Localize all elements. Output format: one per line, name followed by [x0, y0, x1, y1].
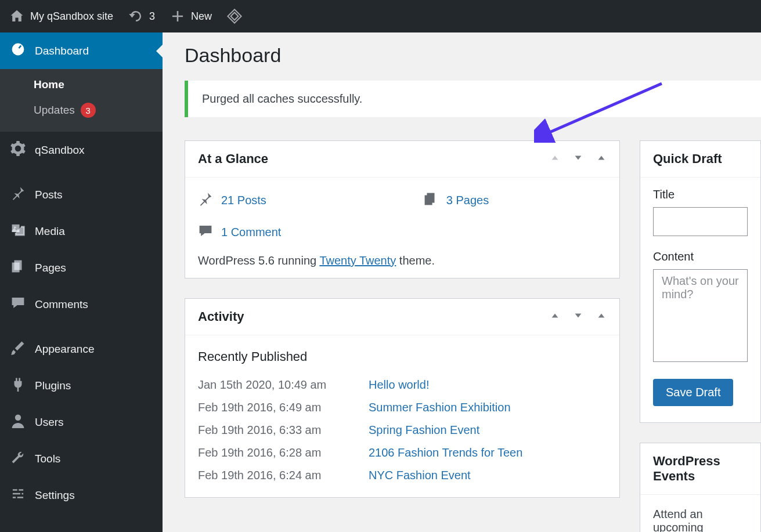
pages-icon	[10, 259, 26, 277]
activity-date: Feb 19th 2016, 6:33 am	[198, 424, 355, 437]
home-icon	[9, 9, 24, 24]
widget-at-a-glance: At a Glance 21 Posts	[185, 140, 620, 278]
sidebar-item-dashboard-label: Dashboard	[35, 45, 89, 57]
admin-sidebar: Dashboard Home Updates 3 qSandbox Posts	[0, 32, 163, 532]
widget-order-controls	[550, 310, 607, 323]
widget-quick-draft: Quick Draft Title Content Save Draft	[640, 140, 761, 423]
plus-icon	[170, 9, 185, 24]
dashboard-icon	[10, 42, 26, 60]
widget-events: WordPress Events Attend an upcoming	[640, 443, 761, 532]
sidebar-item-comments[interactable]: Comments	[0, 286, 163, 323]
activity-link[interactable]: Spring Fashion Event	[369, 424, 479, 437]
save-draft-button[interactable]: Save Draft	[653, 379, 733, 406]
sidebar-item-dashboard[interactable]: Dashboard	[0, 32, 163, 69]
theme-link[interactable]: Twenty Twenty	[319, 254, 396, 267]
draft-title-input[interactable]	[653, 207, 748, 236]
sidebar-item-plugins[interactable]: Plugins	[0, 367, 163, 404]
activity-row: Feb 19th 2016, 6:33 am Spring Fashion Ev…	[198, 419, 607, 441]
toolbar-sitename-label: My qSandbox site	[30, 10, 113, 23]
pin-icon	[10, 186, 26, 204]
svg-rect-4	[12, 263, 20, 273]
toolbar-new-label: New	[191, 10, 212, 23]
sidebar-item-label: Users	[35, 416, 64, 429]
widget-title: Quick Draft	[653, 151, 722, 167]
wordpress-version-line: WordPress 5.6 running Twenty Twenty them…	[198, 241, 607, 267]
diamond-icon	[227, 9, 242, 24]
svg-point-2	[14, 226, 16, 229]
activity-link[interactable]: Hello world!	[369, 378, 429, 392]
notice-text: Purged all caches successfully.	[202, 92, 362, 105]
sidebar-item-label: Pages	[35, 262, 66, 274]
toolbar-updates-count: 3	[149, 10, 155, 23]
sidebar-item-posts[interactable]: Posts	[0, 176, 163, 213]
activity-date: Feb 19th 2016, 6:49 am	[198, 401, 355, 414]
sidebar-item-appearance[interactable]: Appearance	[0, 331, 163, 367]
glance-pages[interactable]: 3 Pages	[423, 191, 489, 209]
success-notice: Purged all caches successfully.	[185, 81, 761, 117]
toolbar-plugin-icon[interactable]	[227, 9, 242, 24]
sidebar-sub-updates[interactable]: Updates 3	[0, 97, 163, 124]
media-icon	[10, 222, 26, 240]
refresh-icon	[128, 9, 143, 24]
sidebar-item-label: qSandbox	[35, 144, 85, 157]
glance-comments[interactable]: 1 Comment	[198, 223, 607, 241]
sidebar-item-users[interactable]: Users	[0, 404, 163, 440]
sidebar-item-label: Tools	[35, 453, 60, 465]
sidebar-item-label: Plugins	[35, 379, 71, 392]
svg-point-1	[16, 48, 19, 50]
admin-toolbar: My qSandbox site 3 New	[0, 0, 761, 32]
brush-icon	[10, 340, 26, 358]
sidebar-item-label: Appearance	[35, 343, 94, 356]
activity-link[interactable]: 2106 Fashion Trends for Teen	[369, 446, 522, 459]
sliders-icon	[10, 486, 26, 504]
toolbar-updates[interactable]: 3	[128, 9, 155, 24]
sidebar-item-tools[interactable]: Tools	[0, 440, 163, 477]
events-text: Attend an upcoming	[653, 505, 748, 532]
activity-link[interactable]: NYC Fashion Event	[369, 469, 471, 482]
activity-date: Jan 15th 2020, 10:49 am	[198, 378, 355, 392]
widget-activity: Activity Recently Published Jan 15th 202…	[185, 298, 620, 498]
sidebar-item-label: Settings	[35, 489, 75, 502]
widget-title: Activity	[198, 309, 244, 324]
move-up-icon[interactable]	[550, 310, 560, 323]
svg-rect-8	[424, 196, 432, 205]
toolbar-sitename[interactable]: My qSandbox site	[9, 9, 113, 24]
updates-badge: 3	[81, 103, 96, 118]
page-title: Dashboard	[185, 44, 761, 67]
activity-link[interactable]: Summer Fashion Exhibition	[369, 401, 511, 414]
move-up-icon[interactable]	[550, 153, 560, 165]
move-down-icon[interactable]	[573, 310, 583, 323]
activity-row: Feb 19th 2016, 6:49 am Summer Fashion Ex…	[198, 396, 607, 419]
move-down-icon[interactable]	[573, 153, 583, 165]
content-label: Content	[653, 250, 748, 263]
activity-row: Feb 19th 2016, 6:24 am NYC Fashion Event	[198, 464, 607, 487]
user-icon	[10, 413, 26, 431]
sidebar-item-qsandbox[interactable]: qSandbox	[0, 132, 163, 168]
draft-content-textarea[interactable]	[653, 269, 748, 362]
pin-icon	[198, 191, 213, 209]
pages-icon	[423, 191, 438, 209]
dashboard-submenu: Home Updates 3	[0, 69, 163, 132]
comment-icon	[198, 223, 213, 241]
title-label: Title	[653, 188, 748, 201]
gear-icon	[10, 141, 26, 159]
toggle-icon[interactable]	[596, 310, 607, 323]
sidebar-item-label: Comments	[35, 298, 88, 311]
activity-row: Jan 15th 2020, 10:49 am Hello world!	[198, 374, 607, 396]
comment-icon	[10, 295, 26, 313]
plug-icon	[10, 377, 26, 395]
toggle-icon[interactable]	[596, 153, 607, 165]
sidebar-item-label: Posts	[35, 189, 63, 201]
toolbar-new[interactable]: New	[170, 9, 212, 24]
glance-posts[interactable]: 21 Posts	[198, 191, 266, 209]
sidebar-item-label: Media	[35, 225, 65, 238]
sidebar-sub-home[interactable]: Home	[0, 73, 163, 97]
sidebar-item-settings[interactable]: Settings	[0, 477, 163, 513]
activity-subtitle: Recently Published	[198, 346, 607, 374]
wrench-icon	[10, 450, 26, 468]
sidebar-item-media[interactable]: Media	[0, 213, 163, 249]
activity-date: Feb 19th 2016, 6:28 am	[198, 446, 355, 459]
widget-order-controls	[550, 153, 607, 165]
sidebar-item-pages[interactable]: Pages	[0, 249, 163, 286]
svg-point-5	[15, 415, 21, 421]
